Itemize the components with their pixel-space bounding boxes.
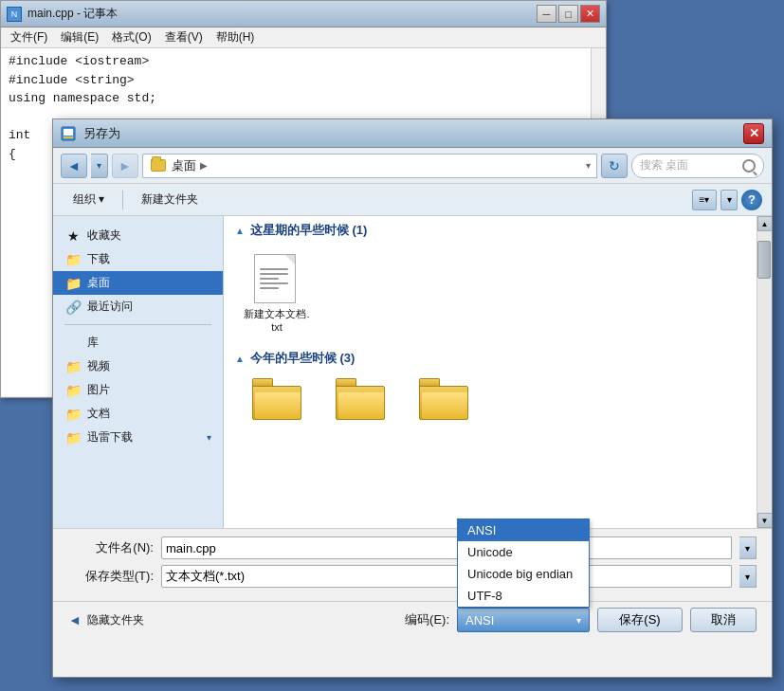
file-items-recent-week: 新建文本文档.txt (224, 243, 772, 344)
folder-icon-3 (419, 378, 468, 420)
recent-icon: 🔗 (64, 300, 82, 315)
filename-row: 文件名(N): ▾ (68, 536, 757, 559)
notepad-menu-file[interactable]: 文件(F) (5, 27, 53, 47)
nav-panel: ★ 收藏夹 📁 下载 📁 桌面 🔗 最近访问 库 📁 视频 (53, 216, 224, 528)
documents-label: 文档 (87, 406, 110, 422)
section-triangle-1: ▲ (235, 226, 245, 236)
filename-dropdown-btn[interactable]: ▾ (739, 536, 757, 559)
folder-front-2 (338, 392, 384, 419)
address-chevron: ▶ (200, 160, 208, 171)
saveas-titlebar: 另存为 ✕ (53, 119, 772, 148)
filetype-input[interactable] (161, 565, 732, 588)
videos-icon: 📁 (64, 359, 82, 374)
address-box[interactable]: 桌面 ▶ (142, 154, 580, 178)
txt-file-label: 新建文本文档.txt (243, 307, 311, 333)
section-triangle-2: ▲ (235, 354, 245, 364)
hide-folders-btn[interactable]: ◄ 隐藏文件夹 (68, 612, 144, 628)
encoding-option-unicode-be[interactable]: Unicode big endian (458, 563, 589, 585)
back-btn[interactable]: ◄ (61, 154, 87, 178)
encoding-option-unicode[interactable]: Unicode (458, 541, 589, 563)
folder-front-1 (255, 392, 301, 419)
help-btn[interactable]: ? (741, 190, 762, 210)
file-item-folder-1[interactable] (239, 374, 315, 427)
notepad-close-btn[interactable]: ✕ (580, 5, 600, 23)
scroll-up-arrow[interactable]: ▲ (757, 216, 773, 231)
view-btn[interactable]: ≡▾ (692, 190, 717, 210)
notepad-title: main.cpp - 记事本 (27, 6, 537, 22)
address-dropdown-btn[interactable]: ▾ (580, 154, 597, 178)
notepad-titlebar-buttons: ─ □ ✕ (537, 5, 600, 23)
filetype-label: 保存类型(T): (68, 568, 154, 585)
nav-item-xunlei[interactable]: 📁 迅雷下载 ▾ (53, 426, 223, 449)
saveas-dialog: 另存为 ✕ ◄ ▾ ► 桌面 ▶ ▾ ↻ 搜索 桌面 组织 ▾ 新建文件夹 ≡▾… (52, 118, 773, 678)
notepad-titlebar: N main.cpp - 记事本 ─ □ ✕ (1, 1, 606, 27)
section-header-recent-year: ▲ 今年的早些时候 (3) (224, 344, 772, 371)
txt-line-1 (260, 268, 288, 270)
organize-btn[interactable]: 组织 ▾ (63, 188, 115, 211)
downloads-icon: 📁 (64, 252, 82, 267)
nav-item-documents[interactable]: 📁 文档 (53, 402, 223, 426)
refresh-btn[interactable]: ↻ (601, 154, 628, 178)
notepad-menu-view[interactable]: 查看(V) (159, 27, 209, 47)
txt-icon-body (254, 254, 296, 303)
view-dropdown-btn[interactable]: ▾ (720, 190, 738, 210)
favorites-icon: ★ (64, 228, 82, 244)
file-browser: ▲ 这星期的早些时候 (1) (224, 216, 772, 528)
new-folder-btn[interactable]: 新建文件夹 (131, 188, 209, 211)
saveas-title: 另存为 (83, 125, 743, 142)
nav-item-desktop[interactable]: 📁 桌面 (53, 271, 223, 295)
search-icon (742, 159, 756, 173)
address-path: 桌面 (172, 157, 196, 174)
cancel-btn[interactable]: 取消 (690, 608, 757, 632)
nav-item-downloads[interactable]: 📁 下载 (53, 247, 223, 271)
encoding-container: ANSI ▾ ANSI Unicode Unicode big endian U… (457, 608, 590, 632)
notepad-maximize-btn[interactable]: □ (558, 5, 578, 23)
encoding-option-ansi[interactable]: ANSI (458, 519, 589, 541)
nav-item-pictures[interactable]: 📁 图片 (53, 378, 223, 402)
notepad-menubar: 文件(F) 编辑(E) 格式(O) 查看(V) 帮助(H) (1, 27, 606, 48)
encoding-dropdown[interactable]: ANSI ▾ (457, 608, 590, 632)
svg-rect-1 (64, 129, 73, 136)
xunlei-label: 迅雷下载 (87, 429, 133, 446)
encoding-option-utf8[interactable]: UTF-8 (458, 585, 589, 607)
file-item-folder-3[interactable] (406, 374, 482, 427)
file-item-txt[interactable]: 新建文本文档.txt (239, 246, 315, 336)
favorites-label: 收藏夹 (87, 227, 121, 244)
notepad-minimize-btn[interactable]: ─ (537, 5, 556, 23)
xunlei-icon: 📁 (64, 430, 82, 446)
txt-line-2 (260, 273, 288, 275)
section-label-recent-year: 今年的早些时候 (3) (250, 350, 356, 367)
pictures-icon: 📁 (64, 383, 82, 398)
notepad-icon: N (7, 7, 22, 22)
search-box[interactable]: 搜索 桌面 (631, 154, 764, 178)
back-dropdown-btn[interactable]: ▾ (91, 154, 108, 178)
desktop-label: 桌面 (87, 275, 110, 291)
save-btn[interactable]: 保存(S) (597, 608, 683, 632)
file-item-folder-2[interactable] (322, 374, 398, 427)
nav-item-library: 库 (53, 331, 223, 355)
footer-right: 编码(E): ANSI ▾ ANSI Unicode Unicode big e… (405, 608, 757, 632)
forward-btn[interactable]: ► (112, 154, 138, 178)
notepad-menu-format[interactable]: 格式(O) (106, 27, 156, 47)
txt-icon-fold (285, 255, 295, 264)
notepad-menu-edit[interactable]: 编辑(E) (55, 27, 104, 47)
nav-item-videos[interactable]: 📁 视频 (53, 355, 223, 378)
notepad-menu-help[interactable]: 帮助(H) (210, 27, 261, 47)
encoding-popup: ANSI Unicode Unicode big endian UTF-8 (457, 518, 590, 608)
scroll-down-arrow[interactable]: ▼ (757, 513, 773, 528)
scroll-thumb[interactable] (757, 241, 771, 279)
filename-input[interactable] (161, 536, 732, 559)
desktop-icon: 📁 (64, 276, 82, 291)
toolbar-right: ≡▾ ▾ ? (692, 190, 762, 210)
txt-file-icon (254, 250, 300, 303)
section-label-recent-week: 这星期的早些时候 (1) (250, 222, 368, 239)
encoding-row: 编码(E): ANSI ▾ ANSI Unicode Unicode big e… (405, 608, 757, 632)
saveas-close-btn[interactable]: ✕ (743, 123, 764, 144)
txt-line-3 (260, 278, 279, 280)
folder-icon-2 (336, 378, 385, 420)
nav-item-recent[interactable]: 🔗 最近访问 (53, 295, 223, 318)
filetype-dropdown-btn[interactable]: ▾ (739, 565, 757, 588)
file-browser-scrollbar[interactable]: ▲ ▼ (757, 216, 772, 528)
txt-line-4 (260, 282, 288, 284)
hide-folders-label: 隐藏文件夹 (87, 612, 144, 628)
